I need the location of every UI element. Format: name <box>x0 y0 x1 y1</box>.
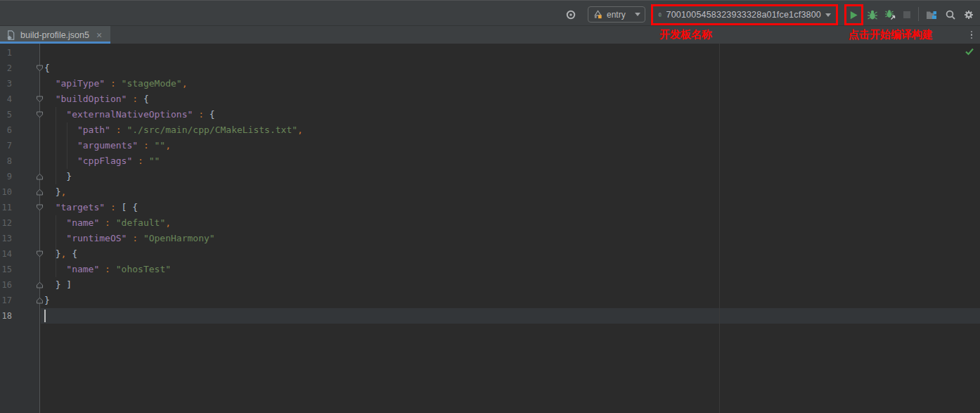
device-id-label: 7001005458323933328a01fce1cf3800 <box>666 10 822 20</box>
stop-button[interactable] <box>902 10 912 20</box>
settings-button[interactable] <box>962 8 975 21</box>
code-line-15[interactable]: 15 "name" : "ohosTest" <box>0 262 980 277</box>
code-line-18[interactable]: 18 <box>0 308 980 324</box>
code-line-8[interactable]: 8 "cppFlags" : "" <box>0 153 980 169</box>
target-icon <box>565 9 576 20</box>
fold-collapse-icon[interactable] <box>36 65 44 72</box>
code-text: "apiType" : "stageMode", <box>44 76 188 91</box>
line-number: 13 <box>0 231 12 246</box>
code-line-12[interactable]: 12 "name" : "default", <box>0 215 980 231</box>
line-number: 11 <box>0 200 12 215</box>
fold-collapse-icon[interactable] <box>36 189 44 196</box>
code-text: "cppFlags" : "" <box>44 153 160 169</box>
module-icon <box>593 9 603 20</box>
device-selector-highlight: 7001005458323933328a01fce1cf3800 <box>651 4 838 25</box>
code-text: }, <box>44 184 66 200</box>
line-number: 9 <box>0 169 12 184</box>
code-text: "externalNativeOptions" : { <box>44 107 215 122</box>
main-toolbar: entry 7001005458323933328a01fce1cf3800 <box>0 0 980 26</box>
stop-icon <box>903 11 911 19</box>
code-text: } ] <box>44 277 72 293</box>
debug-button[interactable] <box>866 8 879 21</box>
run-icon <box>849 10 859 20</box>
gear-icon <box>963 9 974 20</box>
code-line-17[interactable]: 17} <box>0 293 980 308</box>
code-text: "path" : "./src/main/cpp/CMakeLists.txt"… <box>44 122 303 138</box>
fold-collapse-icon[interactable] <box>36 297 44 304</box>
line-number: 3 <box>0 76 12 91</box>
fold-collapse-icon[interactable] <box>36 204 44 211</box>
code-text: }, { <box>44 246 77 262</box>
module-selector[interactable]: entry <box>588 6 645 23</box>
text-caret <box>44 310 46 322</box>
annotation-device-board-name: 开发板名称 <box>659 28 712 42</box>
annotation-start-build: 点击开始编译构建 <box>849 28 933 42</box>
debug-icon <box>867 9 878 20</box>
code-line-16[interactable]: 16 } ] <box>0 277 980 293</box>
device-selector[interactable]: 7001005458323933328a01fce1cf3800 <box>653 6 836 23</box>
line-number: 17 <box>0 293 12 308</box>
fold-collapse-icon[interactable] <box>36 96 44 103</box>
code-text: "name" : "default", <box>44 215 171 231</box>
build-config-file-icon <box>6 30 16 41</box>
line-number: 1 <box>0 45 12 61</box>
code-line-6[interactable]: 6 "path" : "./src/main/cpp/CMakeLists.tx… <box>0 122 980 138</box>
code-line-10[interactable]: 10 }, <box>0 184 980 200</box>
code-text: "buildOption" : { <box>44 91 149 107</box>
line-number: 8 <box>0 153 12 169</box>
run-button-highlight <box>844 4 863 25</box>
debug-attach-button[interactable] <box>884 8 896 21</box>
code-line-5[interactable]: 5 "externalNativeOptions" : { <box>0 107 980 122</box>
code-text: } <box>44 169 72 184</box>
line-number: 2 <box>0 61 12 76</box>
code-editor[interactable]: 12{3 "apiType" : "stageMode",4 "buildOpt… <box>0 44 980 413</box>
code-text: { <box>44 61 50 76</box>
line-number: 5 <box>0 107 12 122</box>
code-line-9[interactable]: 9 } <box>0 169 980 184</box>
code-line-11[interactable]: 11 "targets" : [ { <box>0 200 980 215</box>
run-button[interactable] <box>846 6 861 23</box>
tab-close-icon[interactable]: × <box>96 30 102 40</box>
project-icon <box>926 9 938 20</box>
inspection-ok-check-icon <box>965 47 974 56</box>
code-text: } <box>44 293 50 308</box>
code-text: "name" : "ohosTest" <box>44 262 171 277</box>
toolbar-separator <box>918 7 919 21</box>
line-number: 4 <box>0 91 12 107</box>
fold-collapse-icon[interactable] <box>36 250 44 258</box>
tab-label: build-profile.json5 <box>20 30 89 40</box>
debug-attach-icon <box>884 9 896 20</box>
search-icon <box>945 9 956 20</box>
module-selector-label: entry <box>607 10 631 20</box>
line-number: 7 <box>0 138 12 153</box>
code-line-7[interactable]: 7 "arguments" : "", <box>0 138 980 153</box>
line-number: 18 <box>0 308 12 324</box>
chevron-down-icon <box>635 13 640 16</box>
code-line-14[interactable]: 14 }, { <box>0 246 980 262</box>
fold-collapse-icon[interactable] <box>36 281 44 288</box>
line-number: 16 <box>0 277 12 293</box>
code-text: "runtimeOS" : "OpenHarmony" <box>44 231 215 246</box>
target-button[interactable] <box>565 8 577 21</box>
code-lines: 12{3 "apiType" : "stageMode",4 "buildOpt… <box>0 45 980 324</box>
search-button[interactable] <box>944 8 957 21</box>
line-number: 12 <box>0 215 12 231</box>
phone-icon <box>658 9 662 20</box>
fold-collapse-icon[interactable] <box>36 173 44 180</box>
chevron-down-icon <box>825 13 831 17</box>
fold-collapse-icon[interactable] <box>36 111 44 118</box>
editor-tab-bar: build-profile.json5 × 开发板名称 点击开始编译构建 <box>0 26 980 44</box>
code-text: "targets" : [ { <box>44 200 138 215</box>
tab-options-kebab-icon[interactable] <box>968 29 975 41</box>
code-text: "arguments" : "", <box>44 138 171 153</box>
code-line-3[interactable]: 3 "apiType" : "stageMode", <box>0 76 980 91</box>
code-line-4[interactable]: 4 "buildOption" : { <box>0 91 980 107</box>
line-number: 15 <box>0 262 12 277</box>
code-line-1[interactable]: 1 <box>0 45 980 61</box>
line-number: 6 <box>0 122 12 138</box>
code-line-13[interactable]: 13 "runtimeOS" : "OpenHarmony" <box>0 231 980 246</box>
code-line-2[interactable]: 2{ <box>0 61 980 76</box>
project-structure-button[interactable] <box>925 8 938 21</box>
line-number: 14 <box>0 246 12 262</box>
line-number: 10 <box>0 184 12 200</box>
